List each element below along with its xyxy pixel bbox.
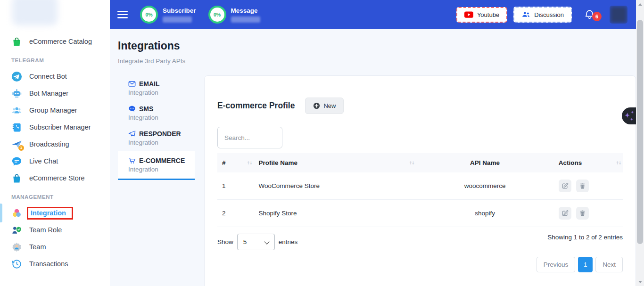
role-shield-icon [11,225,22,236]
youtube-button-label: Youtube [477,11,499,18]
annotation-highlight-box: Integration [27,207,73,220]
tab-subtitle: Integration [128,139,195,146]
shopping-cart-icon [128,157,136,164]
robot-icon [11,88,22,99]
tab-title: SMS [139,105,153,113]
youtube-button[interactable]: Youtube [456,7,507,23]
contact-book-icon [11,122,22,133]
sidebar-item-label: eCommerce Store [29,174,85,182]
tab-responder-integration[interactable]: RESPONDER Integration [118,126,195,151]
tab-ecommerce-integration[interactable]: E-COMMERCE Integration [118,151,195,180]
message-stat-value-redacted [231,16,260,23]
search-input[interactable] [217,127,282,148]
sidebar-item-label: Subscriber Manager [29,123,91,131]
trash-icon [579,182,586,189]
edit-pencil-icon [561,182,569,189]
chevron-down-icon [264,239,269,244]
new-profile-button[interactable]: New [305,98,344,114]
message-stat-label: Message [231,7,260,14]
plus-circle-icon [313,102,320,109]
scroll-up-arrow[interactable] [636,1,644,8]
sidebar-item-label: Group Manager [29,106,77,114]
email-icon [128,80,136,88]
group-people-icon [11,105,22,116]
app-logo[interactable] [12,0,58,25]
main-content: Integrations Integrate 3rd Party APIs EM… [110,29,636,286]
notification-count-badge: 6 [592,12,602,21]
page-title: Integrations [118,40,180,52]
edit-pencil-icon [561,210,569,217]
profile-name-cell: WooCommerce Store [254,172,416,200]
sidebar-item-integration[interactable]: Integration [0,204,110,221]
broadcasting-badge: 1 [18,145,24,151]
sidebar-item-label: Team [29,243,46,251]
message-progress-circle: 0% [208,6,226,24]
sidebar-item-label: Transactions [29,260,68,268]
sidebar-item-ecommerce-catalog[interactable]: eCommerce Catalog [0,33,110,50]
tab-sms-integration[interactable]: SMS Integration [118,101,195,126]
sidebar-item-label: Connect Bot [29,73,67,80]
sort-icon[interactable]: ↑↓ [616,161,621,165]
sort-icon[interactable]: ↑↓ [247,161,252,165]
table-header-row: #↑↓ Profile Name↑↓ API Name Actions↑↓ [217,153,623,172]
sidebar-item-subscriber-manager[interactable]: Subscriber Manager [0,119,110,136]
actions-cell [554,172,623,200]
hamburger-menu-button[interactable] [117,11,128,18]
column-header-number[interactable]: #↑↓ [217,153,254,172]
sort-icon[interactable]: ↑↓ [409,161,414,165]
actions-cell [554,200,623,227]
notifications-button[interactable]: 6 [584,8,595,21]
profiles-table: #↑↓ Profile Name↑↓ API Name Actions↑↓ 1 … [217,153,623,227]
sidebar-item-group-manager[interactable]: Group Manager [0,102,110,119]
page-size-select[interactable]: 5 [237,234,275,250]
tab-subtitle: Integration [128,89,195,96]
delete-button[interactable] [576,180,589,192]
sidebar-section-telegram: TELEGRAM [0,50,110,68]
column-header-api-name[interactable]: API Name [416,153,553,172]
sidebar-item-ecommerce-store[interactable]: eCommerce Store [0,170,110,187]
subscriber-progress-circle: 0% [140,6,158,24]
sidebar-item-live-chat[interactable]: Live Chat [0,153,110,170]
app-window: eCommerce Catalog TELEGRAM Connect Bot B… [0,0,644,286]
table-row: 1 WooCommerce Store woocommerce [217,172,623,200]
scrollbar-thumb[interactable] [637,20,643,244]
sidebar-item-transactions[interactable]: Transactions [0,255,110,272]
user-avatar[interactable] [610,6,627,24]
tab-subtitle: Integration [128,166,195,173]
tab-title: EMAIL [139,80,160,88]
discussion-button[interactable]: Discussion [513,7,572,23]
sidebar-item-broadcasting[interactable]: 1 Broadcasting [0,136,110,153]
scroll-down-arrow[interactable] [636,278,644,285]
next-page-button[interactable]: Next [595,257,623,272]
tab-email-integration[interactable]: EMAIL Integration [118,76,195,101]
entries-label: entries [279,238,298,245]
column-header-actions[interactable]: Actions↑↓ [554,153,623,172]
telegram-icon [11,71,22,82]
sidebar-item-bot-manager[interactable]: Bot Manager [0,85,110,102]
ecommerce-profile-card: E-commerce Profile New #↑↓ Profile Name↑… [204,75,636,286]
ai-assistant-floating-button[interactable] [622,107,636,124]
team-gear-icon [11,242,22,253]
current-page-button[interactable]: 1 [578,257,593,272]
subscriber-stat: 0% Subscriber [140,6,196,24]
sidebar-item-label: Team Role [29,226,62,234]
vertical-scrollbar[interactable] [636,0,644,286]
transactions-history-icon [11,259,22,270]
edit-button[interactable] [559,207,571,220]
shopping-bag-green-icon [11,36,22,47]
sidebar-item-team-role[interactable]: Team Role [0,221,110,238]
api-name-cell: shopify [416,200,553,227]
sidebar-item-label: eCommerce Catalog [29,38,92,45]
sidebar-item-label: Bot Manager [29,90,68,97]
sidebar-item-team[interactable]: Team [0,238,110,255]
column-header-profile-name[interactable]: Profile Name↑↓ [254,153,416,172]
previous-page-button[interactable]: Previous [537,257,576,272]
integration-subnav: EMAIL Integration SMS Integration RESPON… [118,76,195,180]
tab-title: RESPONDER [139,130,181,138]
trash-icon [579,210,586,217]
sidebar-item-connect-bot[interactable]: Connect Bot [0,68,110,85]
delete-button[interactable] [576,207,589,220]
edit-button[interactable] [559,180,571,192]
api-name-cell: woocommerce [416,172,553,200]
tab-subtitle: Integration [128,114,195,121]
